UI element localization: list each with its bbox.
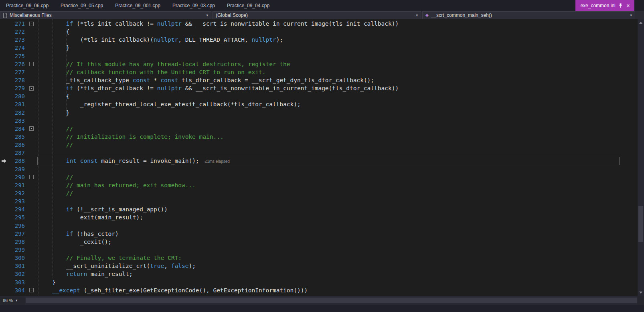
glyph-margin[interactable] [0, 117, 10, 125]
glyph-margin[interactable] [0, 278, 10, 286]
code-text[interactable]: if (!has_cctor) [38, 230, 638, 238]
glyph-margin[interactable] [0, 44, 10, 52]
tab-3[interactable]: Practice_09_03.cpp [166, 0, 221, 11]
code-text[interactable] [38, 117, 638, 125]
fold-margin [25, 68, 38, 76]
code-text[interactable]: __scrt_uninitialize_crt(true, false); [38, 262, 638, 270]
glyph-margin[interactable] [0, 270, 10, 278]
code-text[interactable] [38, 197, 638, 205]
code-plain: main_result = invoke_main(); [97, 158, 199, 164]
glyph-margin[interactable] [0, 60, 10, 68]
code-text[interactable]: _tls_callback_type const * const tls_dto… [38, 76, 638, 84]
code-text[interactable]: return main_result; [38, 270, 638, 278]
code-text[interactable]: (*tls_init_callback)(nullptr, DLL_THREAD… [38, 36, 638, 44]
close-icon[interactable]: ✕ [626, 3, 631, 8]
code-text[interactable]: _cexit(); [38, 238, 638, 246]
code-text[interactable]: } [38, 109, 638, 117]
code-text[interactable]: exit(main_result); [38, 213, 638, 221]
code-text[interactable]: // [38, 173, 638, 181]
glyph-margin[interactable] [0, 52, 10, 60]
glyph-margin[interactable] [0, 76, 10, 84]
glyph-margin[interactable] [0, 109, 10, 117]
code-text[interactable] [38, 149, 638, 157]
code-plain: * [150, 77, 160, 83]
tab-exe-common-inl[interactable]: exe_common.inl ✕ [575, 0, 634, 11]
code-text[interactable] [38, 52, 638, 60]
collapse-toggle-icon[interactable]: - [29, 62, 34, 66]
perf-tip[interactable]: ≤1ms elapsed [205, 159, 230, 164]
glyph-margin[interactable] [0, 149, 10, 157]
glyph-margin[interactable] [0, 262, 10, 270]
horizontal-scrollbar[interactable] [25, 296, 638, 305]
code-text[interactable]: } [38, 278, 638, 286]
tab-2[interactable]: Practice_09_001.cpp [109, 0, 166, 11]
scroll-up-icon[interactable] [639, 22, 642, 24]
code-text[interactable] [38, 222, 638, 230]
collapse-toggle-icon[interactable]: - [29, 288, 34, 292]
pin-icon[interactable] [619, 3, 622, 8]
code-text[interactable]: // [38, 141, 638, 149]
zoom-control[interactable]: 86 % ▾ [0, 296, 25, 305]
glyph-margin[interactable] [0, 254, 10, 262]
vertical-scrollbar-thumb[interactable] [638, 206, 643, 242]
tab-0[interactable]: Practice_09_06.cpp [0, 0, 55, 11]
code-text[interactable]: if (*tls_init_callback != nullptr && __s… [38, 20, 638, 28]
line-number: 284 [10, 125, 25, 133]
glyph-margin[interactable] [0, 20, 10, 28]
scroll-down-icon[interactable] [639, 292, 642, 294]
scope-dropdown[interactable]: (Global Scope) ▾ [213, 11, 421, 19]
glyph-margin[interactable] [0, 222, 10, 230]
tab-1[interactable]: Practice_09_05.cpp [55, 0, 109, 11]
code-text[interactable]: { [38, 28, 638, 36]
glyph-margin[interactable] [0, 68, 10, 76]
glyph-margin[interactable] [0, 238, 10, 246]
glyph-margin[interactable] [0, 36, 10, 44]
glyph-margin[interactable] [0, 173, 10, 181]
glyph-margin[interactable] [0, 213, 10, 221]
glyph-margin[interactable] [0, 205, 10, 213]
code-text[interactable]: int const main_result = invoke_main();≤1… [38, 157, 638, 165]
glyph-margin[interactable] [0, 84, 10, 92]
glyph-margin[interactable] [0, 189, 10, 197]
collapse-toggle-icon[interactable]: - [29, 22, 34, 26]
code-text[interactable]: if (!__scrt_is_managed_app()) [38, 205, 638, 213]
fold-margin [25, 246, 38, 254]
glyph-margin[interactable] [0, 197, 10, 205]
collapse-toggle-icon[interactable]: - [29, 175, 34, 179]
glyph-margin[interactable] [0, 133, 10, 141]
glyph-margin[interactable] [0, 230, 10, 238]
code-text[interactable] [38, 246, 638, 254]
code-text[interactable]: // main has returned; exit somehow... [38, 181, 638, 189]
code-text[interactable]: // Finally, we terminate the CRT: [38, 254, 638, 262]
collapse-toggle-icon[interactable]: - [29, 86, 34, 91]
code-text[interactable]: } [38, 44, 638, 52]
glyph-margin[interactable] [0, 92, 10, 100]
code-text[interactable]: // If this module has any thread-local d… [38, 60, 638, 68]
code-text[interactable]: // [38, 125, 638, 133]
glyph-margin[interactable] [0, 286, 10, 294]
project-dropdown[interactable]: Miscellaneous Files ▾ [0, 11, 211, 19]
horizontal-scrollbar-thumb[interactable] [26, 298, 637, 303]
glyph-margin[interactable] [0, 141, 10, 149]
code-text[interactable] [38, 165, 638, 173]
editor-viewport[interactable]: 271- if (*tls_init_callback != nullptr &… [0, 19, 638, 296]
collapse-toggle-icon[interactable]: - [29, 126, 34, 131]
code-text[interactable]: // [38, 189, 638, 197]
glyph-margin[interactable] [0, 246, 10, 254]
line-number: 273 [10, 36, 25, 44]
tab-4[interactable]: Practice_09_04.cpp [221, 0, 275, 11]
member-dropdown[interactable]: ◆ __scrt_common_main_seh() ▾ [422, 11, 635, 19]
glyph-margin[interactable] [0, 181, 10, 189]
code-text[interactable]: // callback function with the Unified CR… [38, 68, 638, 76]
glyph-margin[interactable] [0, 125, 10, 133]
glyph-margin[interactable] [0, 28, 10, 36]
code-text[interactable]: _register_thread_local_exe_atexit_callba… [38, 100, 638, 108]
code-text[interactable]: // Initialization is complete; invoke ma… [38, 133, 638, 141]
code-text[interactable]: __except (_seh_filter_exe(GetExceptionCo… [38, 286, 638, 294]
glyph-margin[interactable] [0, 100, 10, 108]
glyph-margin[interactable] [0, 165, 10, 173]
code-text[interactable]: { [38, 92, 638, 100]
glyph-margin[interactable] [0, 157, 10, 165]
vertical-scrollbar[interactable] [638, 19, 644, 296]
code-text[interactable]: if (*tls_dtor_callback != nullptr && __s… [38, 84, 638, 92]
